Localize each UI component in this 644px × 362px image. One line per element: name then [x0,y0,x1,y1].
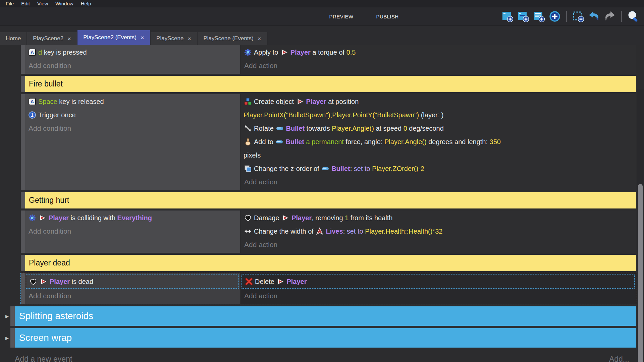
menu-edit[interactable]: Edit [17,0,34,7]
scrollbar-thumb[interactable] [638,184,643,362]
add-button[interactable]: Add... [609,355,629,362]
action-line[interactable]: Rotate Bullet towards Player.Angle() at … [244,122,634,135]
add-action-button[interactable]: Add action [241,289,636,303]
condition-line[interactable]: 1Trigger once [28,108,238,122]
action-line[interactable]: Delete Player [245,275,632,288]
event-row: ASpace key is released1Trigger onceAdd c… [0,94,644,190]
group-bar[interactable]: Splitting asteroids [15,306,636,326]
event-row: Player is colliding with EverythingAdd c… [0,210,644,253]
preview-icon[interactable] [314,10,326,22]
tab-playscene2-events-[interactable]: PlayScene2 (Events)× [77,30,151,45]
event-drag-handle[interactable] [21,255,25,271]
preview-label[interactable]: PREVIEW [329,14,354,19]
event-drag-handle[interactable] [21,192,25,208]
publish-label[interactable]: PUBLISH [376,14,399,19]
action-line[interactable]: Add to Bullet a permanent force, angle: … [244,135,634,162]
add-new-event-button[interactable]: Add a new event [15,355,72,362]
action-line[interactable]: Damage Player, removing 1 from its healt… [244,211,634,225]
debug-icon[interactable] [299,10,311,22]
condition-line[interactable]: Player is colliding with Everything [28,211,238,225]
add-circle-icon[interactable] [549,10,561,22]
event-drag-handle[interactable] [21,94,25,190]
fold-arrow-icon[interactable]: ▶ [5,336,9,341]
tab-close-icon[interactable]: × [67,36,71,42]
event-drag-handle[interactable] [21,210,25,253]
comment-bar[interactable]: Getting hurt [25,192,636,208]
add-condition-button[interactable]: Add condition [25,122,240,135]
action-line[interactable]: Change the width of Lives: set to Player… [244,225,634,238]
add-action-button[interactable]: Add action [241,238,636,251]
player-ship-icon [276,278,284,286]
row-gutter [0,210,21,253]
redo-icon[interactable] [604,10,616,22]
tab-playscene[interactable]: PlayScene× [151,32,198,45]
action-line[interactable]: Change the z-order of Bullet: set to Pla… [244,162,634,175]
tab-close-icon[interactable]: × [141,35,144,41]
add-condition-button[interactable]: Add condition [25,289,240,303]
tab-playscene-events-[interactable]: PlayScene (Events)× [198,32,267,45]
actions-column: Damage Player, removing 1 from its healt… [241,210,636,253]
token: Add to [254,138,275,145]
add-subevent-icon[interactable] [517,10,529,22]
publish-icon[interactable] [361,10,373,22]
token: Change the z-order of [254,165,321,172]
token: a torque of [311,49,346,56]
menu-file[interactable]: File [2,0,17,7]
actions-column: Apply to Player a torque of 0.5Add actio… [241,45,636,74]
remove-selection-icon[interactable] [572,10,584,22]
add-condition-button[interactable]: Add condition [25,59,240,72]
row-gutter: ▶ [0,328,10,348]
token: Player [286,278,307,285]
width-arrow-icon [244,227,252,235]
add-event-icon[interactable] [501,10,514,22]
condition-line[interactable]: ASpace key is released [28,95,238,108]
menu-help[interactable]: Help [77,0,95,7]
token: pixels [244,152,261,159]
tab-label: PlayScene2 [33,35,63,42]
row-gutter [0,94,21,190]
rotate-arrow-icon [244,124,252,132]
force-hand-icon [244,138,252,146]
token: Player [306,98,326,105]
tab-close-icon[interactable]: × [187,36,191,42]
menu-view[interactable]: View [34,0,52,7]
event-drag-handle[interactable] [21,76,25,92]
event-drag-handle[interactable] [21,45,25,74]
vertical-scrollbar[interactable] [637,89,644,362]
fold-arrow-icon[interactable]: ▶ [5,314,9,319]
conditions-column: Ad key is pressedAdd condition [25,45,240,74]
menu-window[interactable]: Window [52,0,77,7]
add-condition-button[interactable]: Add condition [25,225,240,238]
trigger-once-icon: 1 [28,111,36,119]
tab-close-icon[interactable]: × [258,36,261,42]
search-icon[interactable] [627,10,639,22]
add-action-button[interactable]: Add action [241,59,636,72]
tab-home[interactable]: Home [0,32,27,45]
add-action-button[interactable]: Add action [241,175,636,189]
heart-icon [29,278,37,286]
event-drag-handle[interactable] [21,273,25,304]
token: Apply to [254,49,280,56]
tab-label: PlayScene [156,35,183,42]
action-line[interactable]: Create object Player at position Player.… [244,95,634,122]
group-bar[interactable]: Screen wrap [15,328,636,348]
comment-bar[interactable]: Player dead [25,255,636,271]
token: is colliding with [69,214,117,222]
comment-bar[interactable]: Fire bullet [25,76,636,92]
svg-text:1: 1 [31,112,34,118]
add-comment-icon[interactable] [533,10,545,22]
action-line[interactable]: Apply to Player a torque of 0.5 [244,46,634,59]
tab-playscene2[interactable]: PlayScene2× [27,32,77,45]
event-row: Player is deadAdd conditionDelete Player… [0,273,644,304]
token: 350 [490,138,501,145]
undo-icon[interactable] [588,10,600,22]
toolbar-right-icons [501,10,639,22]
token: Player [49,214,69,222]
condition-line[interactable]: Ad key is pressed [28,46,238,59]
physics-gear-icon [28,214,36,222]
z-order-icon [244,165,252,173]
event-drag-handle[interactable] [10,328,15,348]
token: (layer: ) [419,111,443,119]
condition-line[interactable]: Player is dead [29,275,236,288]
event-drag-handle[interactable] [10,306,15,326]
